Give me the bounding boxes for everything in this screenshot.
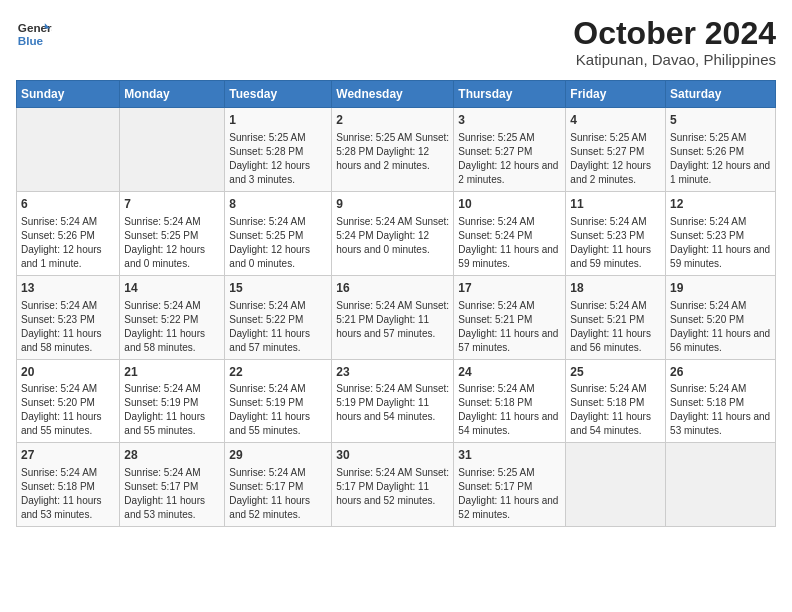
day-number: 5 [670,112,771,129]
calendar-cell: 18Sunrise: 5:24 AM Sunset: 5:21 PM Dayli… [566,275,666,359]
logo-icon: General Blue [16,16,52,52]
cell-content: Sunrise: 5:24 AM Sunset: 5:20 PM Dayligh… [21,382,115,438]
calendar-cell: 25Sunrise: 5:24 AM Sunset: 5:18 PM Dayli… [566,359,666,443]
day-number: 12 [670,196,771,213]
calendar-cell: 4Sunrise: 5:25 AM Sunset: 5:27 PM Daylig… [566,108,666,192]
day-number: 27 [21,447,115,464]
calendar-cell: 19Sunrise: 5:24 AM Sunset: 5:20 PM Dayli… [666,275,776,359]
day-number: 18 [570,280,661,297]
calendar-cell [666,443,776,527]
calendar-cell: 10Sunrise: 5:24 AM Sunset: 5:24 PM Dayli… [454,191,566,275]
calendar-week-row: 27Sunrise: 5:24 AM Sunset: 5:18 PM Dayli… [17,443,776,527]
calendar-cell [120,108,225,192]
title-area: October 2024 Katipunan, Davao, Philippin… [573,16,776,68]
calendar-week-row: 6Sunrise: 5:24 AM Sunset: 5:26 PM Daylig… [17,191,776,275]
day-number: 31 [458,447,561,464]
cell-content: Sunrise: 5:24 AM Sunset: 5:18 PM Dayligh… [21,466,115,522]
day-number: 26 [670,364,771,381]
header: General Blue October 2024 Katipunan, Dav… [16,16,776,68]
cell-content: Sunrise: 5:24 AM Sunset: 5:20 PM Dayligh… [670,299,771,355]
cell-content: Sunrise: 5:24 AM Sunset: 5:19 PM Dayligh… [229,382,327,438]
cell-content: Sunrise: 5:24 AM Sunset: 5:17 PM Dayligh… [336,466,449,508]
cell-content: Sunrise: 5:24 AM Sunset: 5:21 PM Dayligh… [336,299,449,341]
header-row: SundayMondayTuesdayWednesdayThursdayFrid… [17,81,776,108]
day-number: 6 [21,196,115,213]
calendar-cell: 30Sunrise: 5:24 AM Sunset: 5:17 PM Dayli… [332,443,454,527]
calendar-cell: 13Sunrise: 5:24 AM Sunset: 5:23 PM Dayli… [17,275,120,359]
day-number: 15 [229,280,327,297]
calendar-cell: 17Sunrise: 5:24 AM Sunset: 5:21 PM Dayli… [454,275,566,359]
calendar-cell: 23Sunrise: 5:24 AM Sunset: 5:19 PM Dayli… [332,359,454,443]
header-cell: Sunday [17,81,120,108]
cell-content: Sunrise: 5:24 AM Sunset: 5:25 PM Dayligh… [229,215,327,271]
day-number: 25 [570,364,661,381]
cell-content: Sunrise: 5:24 AM Sunset: 5:19 PM Dayligh… [336,382,449,424]
day-number: 10 [458,196,561,213]
calendar-cell: 26Sunrise: 5:24 AM Sunset: 5:18 PM Dayli… [666,359,776,443]
day-number: 24 [458,364,561,381]
day-number: 17 [458,280,561,297]
day-number: 2 [336,112,449,129]
day-number: 1 [229,112,327,129]
cell-content: Sunrise: 5:24 AM Sunset: 5:17 PM Dayligh… [124,466,220,522]
svg-text:Blue: Blue [18,34,44,47]
calendar-cell: 16Sunrise: 5:24 AM Sunset: 5:21 PM Dayli… [332,275,454,359]
calendar-cell: 9Sunrise: 5:24 AM Sunset: 5:24 PM Daylig… [332,191,454,275]
header-cell: Saturday [666,81,776,108]
day-number: 14 [124,280,220,297]
calendar-cell: 11Sunrise: 5:24 AM Sunset: 5:23 PM Dayli… [566,191,666,275]
calendar-cell: 1Sunrise: 5:25 AM Sunset: 5:28 PM Daylig… [225,108,332,192]
cell-content: Sunrise: 5:24 AM Sunset: 5:18 PM Dayligh… [570,382,661,438]
calendar-cell: 2Sunrise: 5:25 AM Sunset: 5:28 PM Daylig… [332,108,454,192]
cell-content: Sunrise: 5:25 AM Sunset: 5:17 PM Dayligh… [458,466,561,522]
day-number: 8 [229,196,327,213]
main-title: October 2024 [573,16,776,51]
day-number: 23 [336,364,449,381]
calendar-cell: 24Sunrise: 5:24 AM Sunset: 5:18 PM Dayli… [454,359,566,443]
header-cell: Tuesday [225,81,332,108]
calendar-table: SundayMondayTuesdayWednesdayThursdayFrid… [16,80,776,527]
calendar-cell: 12Sunrise: 5:24 AM Sunset: 5:23 PM Dayli… [666,191,776,275]
calendar-cell: 6Sunrise: 5:24 AM Sunset: 5:26 PM Daylig… [17,191,120,275]
calendar-cell: 15Sunrise: 5:24 AM Sunset: 5:22 PM Dayli… [225,275,332,359]
calendar-cell: 27Sunrise: 5:24 AM Sunset: 5:18 PM Dayli… [17,443,120,527]
day-number: 13 [21,280,115,297]
header-cell: Thursday [454,81,566,108]
day-number: 4 [570,112,661,129]
cell-content: Sunrise: 5:24 AM Sunset: 5:18 PM Dayligh… [458,382,561,438]
calendar-cell: 29Sunrise: 5:24 AM Sunset: 5:17 PM Dayli… [225,443,332,527]
day-number: 22 [229,364,327,381]
cell-content: Sunrise: 5:25 AM Sunset: 5:28 PM Dayligh… [229,131,327,187]
cell-content: Sunrise: 5:25 AM Sunset: 5:27 PM Dayligh… [458,131,561,187]
day-number: 9 [336,196,449,213]
cell-content: Sunrise: 5:24 AM Sunset: 5:17 PM Dayligh… [229,466,327,522]
calendar-cell [17,108,120,192]
cell-content: Sunrise: 5:24 AM Sunset: 5:24 PM Dayligh… [458,215,561,271]
day-number: 7 [124,196,220,213]
cell-content: Sunrise: 5:24 AM Sunset: 5:25 PM Dayligh… [124,215,220,271]
cell-content: Sunrise: 5:24 AM Sunset: 5:23 PM Dayligh… [21,299,115,355]
calendar-cell [566,443,666,527]
cell-content: Sunrise: 5:24 AM Sunset: 5:21 PM Dayligh… [570,299,661,355]
day-number: 11 [570,196,661,213]
day-number: 30 [336,447,449,464]
subtitle: Katipunan, Davao, Philippines [573,51,776,68]
day-number: 16 [336,280,449,297]
day-number: 29 [229,447,327,464]
cell-content: Sunrise: 5:24 AM Sunset: 5:21 PM Dayligh… [458,299,561,355]
cell-content: Sunrise: 5:24 AM Sunset: 5:23 PM Dayligh… [670,215,771,271]
calendar-cell: 7Sunrise: 5:24 AM Sunset: 5:25 PM Daylig… [120,191,225,275]
cell-content: Sunrise: 5:24 AM Sunset: 5:22 PM Dayligh… [229,299,327,355]
calendar-cell: 5Sunrise: 5:25 AM Sunset: 5:26 PM Daylig… [666,108,776,192]
cell-content: Sunrise: 5:24 AM Sunset: 5:19 PM Dayligh… [124,382,220,438]
calendar-cell: 3Sunrise: 5:25 AM Sunset: 5:27 PM Daylig… [454,108,566,192]
header-cell: Friday [566,81,666,108]
cell-content: Sunrise: 5:24 AM Sunset: 5:22 PM Dayligh… [124,299,220,355]
cell-content: Sunrise: 5:24 AM Sunset: 5:18 PM Dayligh… [670,382,771,438]
header-cell: Wednesday [332,81,454,108]
cell-content: Sunrise: 5:25 AM Sunset: 5:27 PM Dayligh… [570,131,661,187]
logo: General Blue [16,16,52,52]
calendar-cell: 22Sunrise: 5:24 AM Sunset: 5:19 PM Dayli… [225,359,332,443]
cell-content: Sunrise: 5:25 AM Sunset: 5:28 PM Dayligh… [336,131,449,173]
day-number: 3 [458,112,561,129]
